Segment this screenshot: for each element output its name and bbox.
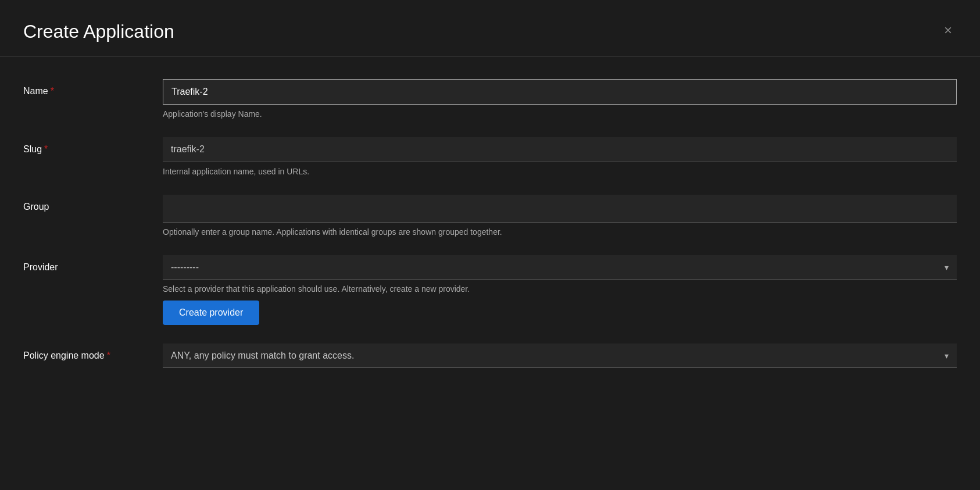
header-divider xyxy=(0,56,980,57)
modal-body: Name * Application's display Name. Slug … xyxy=(0,73,980,490)
name-input[interactable] xyxy=(163,79,957,105)
policy-engine-select-wrapper: ANY, any policy must match to grant acce… xyxy=(163,344,957,368)
policy-engine-field-row: Policy engine mode * ANY, any policy mus… xyxy=(23,344,957,368)
modal-title: Create Application xyxy=(23,21,174,42)
name-help-text: Application's display Name. xyxy=(163,109,957,119)
name-field-row: Name * Application's display Name. xyxy=(23,79,957,119)
slug-label: Slug * xyxy=(23,137,163,155)
policy-engine-control-col: ANY, any policy must match to grant acce… xyxy=(163,344,957,368)
policy-engine-label: Policy engine mode * xyxy=(23,344,163,361)
provider-select[interactable]: --------- xyxy=(163,255,957,280)
name-control-col: Application's display Name. xyxy=(163,79,957,119)
provider-control-col: --------- ▾ Select a provider that this … xyxy=(163,255,957,325)
close-button[interactable]: × xyxy=(939,21,957,40)
modal-overlay: Create Application × Name * Application'… xyxy=(0,0,980,490)
slug-required-star: * xyxy=(44,144,48,155)
modal-header: Create Application × xyxy=(0,0,980,56)
provider-field-row: Provider --------- ▾ Select a provider t… xyxy=(23,255,957,325)
group-input[interactable] xyxy=(163,195,957,223)
group-field-row: Group Optionally enter a group name. App… xyxy=(23,195,957,237)
provider-select-wrapper: --------- ▾ xyxy=(163,255,957,280)
name-label: Name * xyxy=(23,79,163,96)
policy-engine-required-star: * xyxy=(107,350,110,361)
name-required-star: * xyxy=(51,86,54,96)
create-provider-button[interactable]: Create provider xyxy=(163,301,259,325)
group-label: Group xyxy=(23,195,163,212)
slug-help-text: Internal application name, used in URLs. xyxy=(163,167,957,176)
provider-help-text: Select a provider that this application … xyxy=(163,284,957,294)
group-control-col: Optionally enter a group name. Applicati… xyxy=(163,195,957,237)
slug-field-row: Slug * Internal application name, used i… xyxy=(23,137,957,176)
slug-input[interactable] xyxy=(163,137,957,162)
provider-label: Provider xyxy=(23,255,163,273)
group-help-text: Optionally enter a group name. Applicati… xyxy=(163,227,957,237)
policy-engine-select[interactable]: ANY, any policy must match to grant acce… xyxy=(163,344,957,368)
slug-control-col: Internal application name, used in URLs. xyxy=(163,137,957,176)
